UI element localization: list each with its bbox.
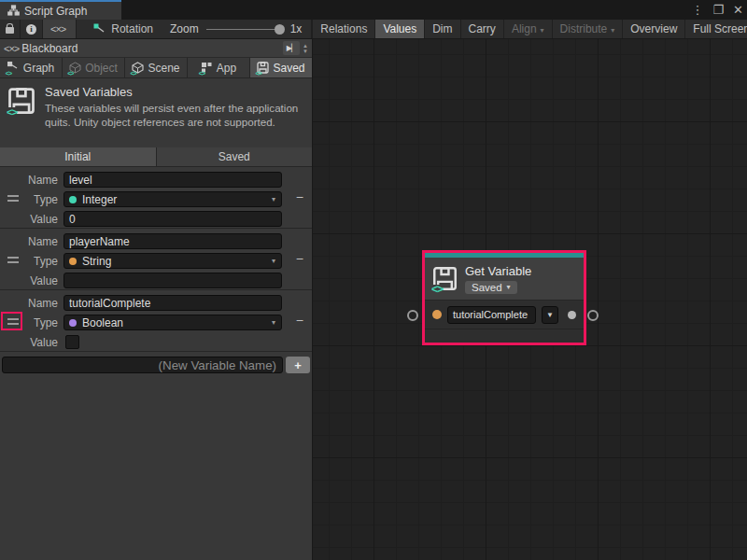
tab-script-graph[interactable]: Script Graph: [0, 0, 121, 20]
value-label: Value: [0, 274, 63, 287]
menu-icon[interactable]: ⋮: [691, 3, 703, 17]
variable-type-dropdown[interactable]: Boolean ▾: [63, 315, 282, 330]
app-tab-label: App: [217, 62, 236, 75]
name-input-port[interactable]: [432, 310, 442, 319]
zoom-slider[interactable]: [206, 29, 283, 30]
full-screen-button[interactable]: Full Screen: [685, 20, 747, 38]
node-left-connection-port[interactable]: [407, 310, 418, 321]
dim-button[interactable]: Dim: [425, 20, 460, 38]
drag-handle-icon[interactable]: [7, 257, 19, 263]
window-controls: ⋮ ❐ ✕: [691, 0, 743, 20]
variable-name-input[interactable]: [63, 295, 282, 311]
saved-tab-label: Saved: [273, 62, 304, 75]
values-label: Values: [383, 22, 416, 35]
dim-label: Dim: [432, 22, 452, 35]
type-value: Boolean: [82, 316, 123, 329]
rotation-label: Rotation: [111, 22, 153, 35]
spinner-down-icon[interactable]: ▼: [303, 49, 308, 54]
saved-values-tab-label: Saved: [218, 150, 250, 163]
tab-app[interactable]: <> App: [188, 58, 250, 77]
get-variable-node[interactable]: <> Get Variable Saved ▾ tutorialComplete…: [422, 250, 586, 345]
initial-tab-label: Initial: [64, 150, 91, 163]
carry-button[interactable]: Carry: [461, 20, 504, 38]
close-icon[interactable]: ✕: [733, 3, 743, 17]
variable-value-input[interactable]: [63, 211, 282, 227]
full-screen-label: Full Screen: [693, 22, 747, 35]
relations-label: Relations: [320, 22, 367, 35]
tab-scene[interactable]: <> Scene: [125, 58, 188, 77]
carry-label: Carry: [469, 22, 496, 35]
name-label: Name: [0, 235, 63, 248]
tab-object: <> Object: [63, 58, 125, 77]
lock-icon: [6, 27, 14, 34]
variable-name-field[interactable]: tutorialComplete: [447, 306, 536, 324]
zoom-control: Zoom 1x: [161, 20, 312, 38]
tab-graph[interactable]: <> Graph: [0, 58, 63, 77]
align-dropdown-icon: ▾: [541, 26, 544, 35]
type-color-dot: [69, 196, 77, 203]
titlebar: Script Graph ⋮ ❐ ✕: [0, 0, 747, 20]
dock-panel-button[interactable]: ▶▏: [283, 41, 300, 55]
variable-row-tutorialcomplete: Name Type Boolean ▾ Value −: [0, 290, 312, 352]
node-title: Get Variable: [465, 264, 531, 278]
saved-variable-icon: <>: [432, 266, 458, 291]
distribute-dropdown-icon: ▾: [611, 26, 614, 35]
code-icon: <×>: [50, 23, 65, 35]
variable-name-value: tutorialComplete: [453, 309, 528, 320]
graph-canvas[interactable]: <> Get Variable Saved ▾ tutorialComplete…: [313, 39, 747, 560]
drag-handle-icon[interactable]: [7, 195, 19, 202]
new-variable-row: +: [0, 352, 312, 374]
maximize-icon[interactable]: ❐: [712, 3, 724, 17]
tab-title: Script Graph: [24, 5, 87, 18]
lock-button[interactable]: [0, 20, 21, 38]
value-output-port[interactable]: [568, 311, 576, 319]
blackboard-title: Blackboard: [21, 42, 78, 55]
code-view-toggle[interactable]: <×>: [43, 20, 77, 38]
node-right-connection-port[interactable]: [587, 310, 599, 321]
zoom-slider-handle[interactable]: [275, 24, 285, 35]
variable-type-dropdown[interactable]: Integer ▾: [63, 191, 282, 207]
dropdown-caret-icon: ▾: [272, 318, 275, 327]
info-button[interactable]: i: [21, 20, 43, 38]
tab-saved-values[interactable]: Saved: [157, 147, 313, 166]
value-label: Value: [0, 336, 63, 349]
object-tab-label: Object: [85, 62, 118, 75]
script-graph-icon: [7, 5, 20, 17]
saved-tab-icon: <>: [257, 62, 269, 74]
variable-value-input[interactable]: [63, 273, 282, 288]
graph-toolbar: i <×> Rotation Zoom 1x Relations Values …: [0, 20, 747, 39]
variable-kind-dropdown[interactable]: Saved ▾: [465, 281, 517, 294]
overview-button[interactable]: Overview: [623, 20, 685, 38]
scene-tab-icon: <>: [132, 62, 144, 74]
variable-value-checkbox[interactable]: [65, 335, 79, 349]
type-value: String: [82, 255, 111, 268]
name-label: Name: [0, 297, 63, 310]
node-footer: [425, 329, 584, 341]
values-button[interactable]: Values: [375, 20, 425, 38]
rotation-icon: [93, 23, 106, 35]
node-header[interactable]: <> Get Variable Saved ▾: [425, 258, 584, 300]
relations-button[interactable]: Relations: [313, 20, 375, 38]
panel-spinners[interactable]: ▲ ▼: [303, 43, 308, 54]
scene-tab-label: Scene: [148, 62, 179, 75]
rotation-control[interactable]: Rotation: [86, 20, 161, 38]
variable-name-input[interactable]: [63, 233, 282, 249]
variable-picker-button[interactable]: ▼: [542, 306, 558, 324]
picker-caret-icon: ▼: [546, 311, 554, 319]
add-variable-button[interactable]: +: [286, 357, 310, 373]
info-description: These variables will persist even after …: [45, 101, 304, 129]
blackboard-panel: <×> Blackboard ▶▏ ▲ ▼ <> Graph: [0, 39, 313, 560]
object-tab-icon: <>: [69, 62, 81, 74]
remove-variable-button[interactable]: −: [296, 251, 303, 266]
variable-type-dropdown[interactable]: String ▾: [63, 253, 282, 269]
overview-label: Overview: [630, 22, 677, 35]
remove-variable-button[interactable]: −: [296, 313, 303, 328]
app-tab-icon: <>: [201, 62, 213, 74]
variable-name-input[interactable]: [63, 172, 282, 188]
variable-row-level: Name Type Integer ▾ Value −: [0, 167, 312, 229]
remove-variable-button[interactable]: −: [296, 189, 303, 204]
tab-saved[interactable]: <> Saved: [250, 58, 312, 77]
new-variable-input[interactable]: [2, 357, 283, 373]
align-label: Align: [512, 22, 537, 35]
tab-initial[interactable]: Initial: [0, 147, 157, 166]
